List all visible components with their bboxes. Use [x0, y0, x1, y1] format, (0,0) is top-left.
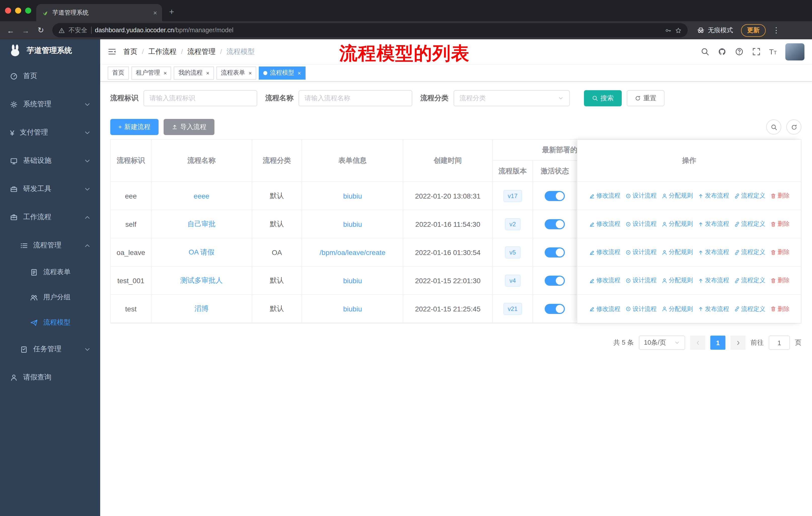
reload-button[interactable]: ↻ [34, 24, 47, 37]
sidebar-item-payment[interactable]: ¥ 支付管理 [0, 118, 100, 147]
op-delete-link[interactable]: 删除 [770, 248, 790, 256]
sidebar-item-workflow[interactable]: 工作流程 [0, 203, 100, 231]
op-definition-link[interactable]: 流程定义 [734, 305, 765, 313]
help-icon[interactable] [735, 47, 743, 56]
op-assign-rule-link[interactable]: 分配规则 [661, 248, 693, 256]
chrome-update-button[interactable]: 更新 [741, 24, 766, 36]
op-edit-link[interactable]: 修改流程 [589, 276, 620, 285]
tag-close-icon[interactable]: × [249, 70, 252, 76]
model-name-link[interactable]: 测试多审批人 [180, 276, 223, 285]
active-status-switch[interactable] [545, 191, 565, 201]
process-key-input[interactable]: 请输入流程标识 [143, 90, 257, 106]
search-icon[interactable] [700, 47, 709, 56]
sidebar-item-user-group[interactable]: 用户分组 [0, 285, 100, 310]
sidebar-item-process-model[interactable]: 流程模型 [0, 310, 100, 335]
toggle-search-button[interactable] [766, 119, 781, 135]
browser-tab[interactable]: 芋道管理系统 × [36, 4, 162, 21]
forward-button[interactable]: → [19, 24, 32, 37]
sidebar-item-devtools[interactable]: 研发工具 [0, 175, 100, 203]
tag-my-process[interactable]: 我的流程 × [174, 66, 214, 79]
minimize-window-button[interactable] [15, 7, 21, 13]
user-avatar[interactable] [785, 43, 805, 60]
sidebar-item-system[interactable]: 系统管理 [0, 90, 100, 118]
bookmark-star-icon[interactable] [675, 27, 682, 33]
new-tab-button[interactable]: + [169, 7, 174, 17]
fullscreen-icon[interactable] [752, 47, 760, 56]
tag-process-model[interactable]: 流程模型 × [259, 66, 306, 79]
op-edit-link[interactable]: 修改流程 [589, 191, 620, 200]
address-bar[interactable]: 不安全 dashboard.yudao.iocoder.cn/bpm/manag… [52, 23, 688, 37]
process-category-select[interactable]: 流程分类 [454, 90, 570, 106]
breadcrumb-item[interactable]: 首页 [123, 47, 138, 56]
op-design-link[interactable]: 设计流程 [625, 276, 657, 285]
op-publish-link[interactable]: 发布流程 [697, 248, 729, 256]
op-design-link[interactable]: 设计流程 [625, 191, 657, 200]
key-icon[interactable] [665, 27, 671, 33]
op-edit-link[interactable]: 修改流程 [589, 248, 620, 256]
tag-tenant-management[interactable]: 租户管理 × [132, 66, 171, 79]
sidebar-item-infrastructure[interactable]: 基础设施 [0, 147, 100, 175]
model-name-link[interactable]: OA 请假 [188, 248, 214, 257]
prev-page-button[interactable] [690, 335, 705, 350]
form-info-link[interactable]: /bpm/oa/leave/create [320, 248, 386, 256]
tag-close-icon[interactable]: × [164, 70, 167, 76]
form-info-link[interactable]: biubiu [343, 305, 362, 313]
github-icon[interactable] [718, 47, 726, 56]
op-assign-rule-link[interactable]: 分配规则 [661, 276, 693, 285]
op-publish-link[interactable]: 发布流程 [697, 220, 729, 228]
op-delete-link[interactable]: 删除 [770, 220, 790, 228]
tab-close-icon[interactable]: × [153, 9, 157, 17]
sidebar-logo[interactable]: 芋道管理系统 [0, 39, 100, 62]
sidebar-item-process-management[interactable]: 流程管理 [0, 231, 100, 260]
breadcrumb-item[interactable]: 工作流程 [148, 47, 176, 56]
model-name-link[interactable]: 滔博 [194, 304, 208, 313]
op-publish-link[interactable]: 发布流程 [697, 276, 729, 285]
op-publish-link[interactable]: 发布流程 [697, 305, 729, 313]
process-name-input[interactable]: 请输入流程名称 [298, 90, 412, 106]
tag-close-icon[interactable]: × [206, 70, 209, 76]
sidebar-item-process-form[interactable]: 流程表单 [0, 260, 100, 285]
refresh-table-button[interactable] [786, 119, 802, 135]
op-assign-rule-link[interactable]: 分配规则 [661, 191, 693, 200]
op-design-link[interactable]: 设计流程 [625, 220, 657, 228]
close-window-button[interactable] [5, 7, 11, 13]
model-name-link[interactable]: 自己审批 [187, 219, 215, 228]
search-button[interactable]: 搜索 [584, 90, 622, 106]
op-publish-link[interactable]: 发布流程 [697, 191, 729, 200]
sidebar-item-home[interactable]: 首页 [0, 62, 100, 90]
model-name-link[interactable]: eeee [194, 192, 209, 200]
op-delete-link[interactable]: 删除 [770, 305, 790, 313]
op-delete-link[interactable]: 删除 [770, 191, 790, 200]
font-size-icon[interactable]: TT [769, 47, 777, 56]
sidebar-fold-icon[interactable] [108, 47, 116, 56]
back-button[interactable]: ← [4, 24, 17, 37]
op-definition-link[interactable]: 流程定义 [734, 191, 765, 200]
current-page-button[interactable]: 1 [710, 335, 725, 350]
tag-home[interactable]: 首页 [108, 66, 129, 79]
zoom-window-button[interactable] [25, 7, 31, 13]
form-info-link[interactable]: biubiu [343, 220, 362, 228]
op-edit-link[interactable]: 修改流程 [589, 305, 620, 313]
op-definition-link[interactable]: 流程定义 [734, 220, 765, 228]
import-process-button[interactable]: 导入流程 [164, 119, 214, 135]
active-status-switch[interactable] [545, 247, 565, 257]
reset-button[interactable]: 重置 [627, 90, 665, 106]
next-page-button[interactable] [730, 335, 746, 350]
active-status-switch[interactable] [545, 275, 565, 286]
op-definition-link[interactable]: 流程定义 [734, 276, 765, 285]
active-status-switch[interactable] [545, 304, 565, 314]
sidebar-item-leave-query[interactable]: 请假查询 [0, 363, 100, 391]
op-assign-rule-link[interactable]: 分配规则 [661, 220, 693, 228]
sidebar-item-task-management[interactable]: 任务管理 [0, 335, 100, 363]
op-delete-link[interactable]: 删除 [770, 276, 790, 285]
create-process-button[interactable]: + 新建流程 [110, 119, 158, 135]
browser-menu-dots-icon[interactable]: ⋮ [770, 24, 783, 37]
op-design-link[interactable]: 设计流程 [625, 305, 657, 313]
breadcrumb-item[interactable]: 流程管理 [187, 47, 216, 56]
op-assign-rule-link[interactable]: 分配规则 [661, 305, 693, 313]
tag-close-icon[interactable]: × [298, 70, 301, 76]
active-status-switch[interactable] [545, 219, 565, 229]
tag-process-form[interactable]: 流程表单 × [216, 66, 257, 79]
goto-page-input[interactable]: 1 [769, 335, 790, 350]
form-info-link[interactable]: biubiu [343, 192, 362, 200]
